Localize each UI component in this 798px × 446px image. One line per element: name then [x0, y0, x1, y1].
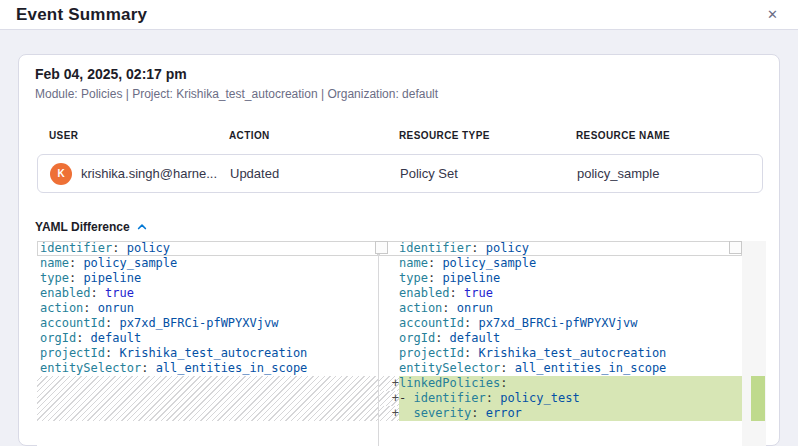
hatch-placeholder: [37, 376, 378, 421]
col-resource-type: RESOURCE TYPE: [399, 130, 576, 141]
page-title: Event Summary: [16, 5, 147, 25]
diff-overview-ruler[interactable]: [742, 241, 766, 446]
yaml-line: action: onrun: [379, 301, 742, 316]
plus-marker: +: [379, 406, 399, 421]
yaml-line: enabled: true: [37, 286, 378, 301]
yaml-line: identifier: policy: [379, 241, 742, 256]
plus-marker: +: [379, 391, 399, 406]
yaml-line: entitySelector: all_entities_in_scope: [379, 361, 742, 376]
diff-right-pane[interactable]: identifier: policyname: policy_sampletyp…: [379, 241, 742, 446]
col-resource-name: RESOURCE NAME: [576, 130, 751, 141]
event-card: Feb 04, 2025, 02:17 pm Module: Policies …: [18, 54, 780, 446]
yaml-added-line: +- identifier: policy_test: [379, 391, 742, 406]
yaml-line: orgId: default: [37, 331, 378, 346]
diff-left-pane[interactable]: identifier: policyname: policy_sampletyp…: [37, 241, 378, 446]
yaml-line: projectId: Krishika_test_autocreation: [37, 346, 378, 361]
col-action: ACTION: [229, 130, 399, 141]
diff-right-scrollbar[interactable]: [729, 241, 742, 254]
yaml-line: type: pipeline: [379, 271, 742, 286]
event-date: Feb 04, 2025, 02:17 pm: [35, 66, 763, 84]
yaml-difference-header: YAML Difference: [35, 220, 763, 234]
yaml-added-line: + severity: error: [379, 406, 742, 421]
diff-added-marker: [751, 376, 765, 421]
plus-marker: +: [379, 376, 399, 391]
table-header: USER ACTION RESOURCE TYPE RESOURCE NAME: [37, 130, 763, 141]
user-email: krishika.singh@harne...: [81, 166, 217, 181]
yaml-added-line: +linkedPolicies:: [379, 376, 742, 391]
user-cell: K krishika.singh@harne...: [50, 163, 230, 185]
yaml-difference-label: YAML Difference: [35, 220, 130, 234]
yaml-line: entitySelector: all_entities_in_scope: [37, 361, 378, 376]
modal-header: Event Summary ✕: [0, 0, 798, 30]
resource-name-value: policy_sample: [577, 166, 750, 181]
yaml-line: accountId: px7xd_BFRCi-pfWPYXVjvw: [37, 316, 378, 331]
action-value: Updated: [230, 166, 400, 181]
yaml-line: orgId: default: [379, 331, 742, 346]
yaml-line: name: policy_sample: [379, 256, 742, 271]
yaml-line: type: pipeline: [37, 271, 378, 286]
resource-type-value: Policy Set: [400, 166, 577, 181]
event-meta: Module: Policies | Project: Krishika_tes…: [35, 87, 763, 102]
yaml-line: identifier: policy: [37, 241, 378, 256]
col-user: USER: [49, 130, 229, 141]
close-icon[interactable]: ✕: [763, 6, 782, 23]
yaml-line: action: onrun: [37, 301, 378, 316]
diff-left-scrollbar[interactable]: [375, 241, 388, 254]
yaml-line: enabled: true: [379, 286, 742, 301]
chevron-up-icon[interactable]: [136, 221, 148, 233]
yaml-diff-editor: identifier: policyname: policy_sampletyp…: [37, 241, 766, 446]
avatar: K: [50, 163, 72, 185]
yaml-line: projectId: Krishika_test_autocreation: [379, 346, 742, 361]
table-row: K krishika.singh@harne... Updated Policy…: [37, 154, 763, 193]
yaml-line: accountId: px7xd_BFRCi-pfWPYXVjvw: [379, 316, 742, 331]
yaml-line: name: policy_sample: [37, 256, 378, 271]
modal-body: Feb 04, 2025, 02:17 pm Module: Policies …: [0, 30, 798, 446]
